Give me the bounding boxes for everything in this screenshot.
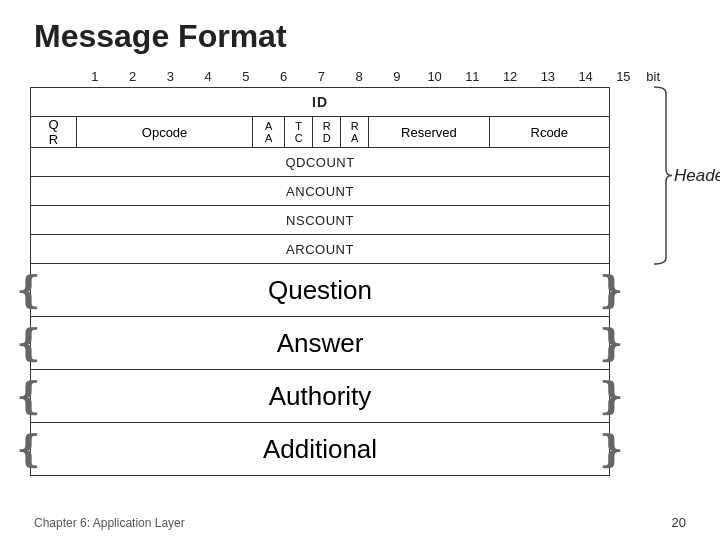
arcount-row: ARCOUNT <box>31 235 609 263</box>
aa-cell: A A <box>253 117 285 147</box>
ancount-cell: ANCOUNT <box>31 177 609 205</box>
bit-9: 9 <box>378 69 416 84</box>
bit-3: 3 <box>152 69 190 84</box>
flags-row: Q R Opcode A A T C <box>31 117 609 148</box>
bit-14: 14 <box>567 69 605 84</box>
opcode-cell: Opcode <box>77 117 253 147</box>
authority-brace-right: ❵ <box>595 370 609 422</box>
page-title: Message Format <box>30 18 690 55</box>
answer-brace-right: ❵ <box>595 317 609 369</box>
nscount-row: NSCOUNT <box>31 206 609 235</box>
reserved-cell: Reserved <box>369 117 489 147</box>
bit-11: 11 <box>454 69 492 84</box>
bit-label: bit <box>646 69 660 84</box>
additional-label: Additional <box>45 423 595 475</box>
ancount-row: ANCOUNT <box>31 177 609 206</box>
authority-label: Authority <box>45 370 595 422</box>
additional-brace-right: ❵ <box>595 423 609 475</box>
question-label: Question <box>45 264 595 316</box>
bit-13: 13 <box>529 69 567 84</box>
chapter-label: Chapter 6: Application Layer <box>34 516 185 530</box>
bit-12: 12 <box>491 69 529 84</box>
bit-2: 2 <box>114 69 152 84</box>
bit-7: 7 <box>303 69 341 84</box>
message-format-table: ID Q R Opcode A A <box>30 87 610 264</box>
bit-8: 8 <box>340 69 378 84</box>
nscount-cell: NSCOUNT <box>31 206 609 234</box>
additional-brace-left: ❴ <box>31 423 45 475</box>
qdcount-row: QDCOUNT <box>31 148 609 177</box>
bit-numbers-row: 1 2 3 4 5 6 7 8 9 10 11 12 13 14 15 bit <box>30 69 690 84</box>
rcode-cell: Rcode <box>490 117 609 147</box>
bit-15: 15 <box>605 69 643 84</box>
arcount-cell: ARCOUNT <box>31 235 609 263</box>
answer-brace-left: ❴ <box>31 317 45 369</box>
bit-1: 1 <box>76 69 114 84</box>
authority-brace-left: ❴ <box>31 370 45 422</box>
bit-5: 5 <box>227 69 265 84</box>
ra-cell: R A <box>341 117 369 147</box>
footer: Chapter 6: Application Layer 20 <box>30 515 690 530</box>
question-brace-left: ❴ <box>31 264 45 316</box>
tc-cell: T C <box>285 117 313 147</box>
page: Message Format 1 2 3 4 5 6 7 8 9 10 11 <box>0 0 720 540</box>
bit-6: 6 <box>265 69 303 84</box>
id-row: ID <box>31 88 609 117</box>
question-brace-right: ❵ <box>595 264 609 316</box>
page-number: 20 <box>672 515 686 530</box>
qdcount-cell: QDCOUNT <box>31 148 609 176</box>
answer-label: Answer <box>45 317 595 369</box>
bit-10: 10 <box>416 69 454 84</box>
diagram-area: 1 2 3 4 5 6 7 8 9 10 11 12 13 14 15 bit <box>30 69 690 507</box>
rd-cell: R D <box>313 117 341 147</box>
qr-cell: Q R <box>31 117 77 147</box>
bit-4: 4 <box>189 69 227 84</box>
id-cell: ID <box>31 88 609 116</box>
